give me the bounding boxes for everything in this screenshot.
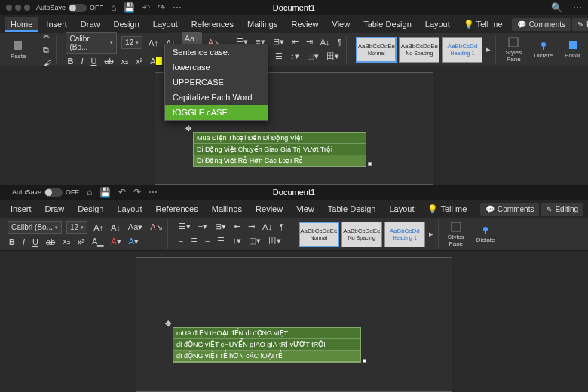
justify-icon[interactable]: ☰ [274,51,284,62]
toggle-icon[interactable] [69,4,87,12]
style-normal[interactable]: AaBbCcDdEeNormal [299,222,339,247]
style-heading1[interactable]: AaBbCcDdHeading 1 [384,222,425,247]
table-row[interactable]: Di Động Việt Chuyển Giao Giá Trị Vượt Tr… [194,144,366,155]
style-heading1[interactable]: AaBbCcDdHeading 1 [442,37,482,63]
tab-layout2[interactable]: Layout [383,201,420,216]
tab-view[interactable]: View [290,201,320,216]
italic-button[interactable]: I [21,237,26,247]
case-uppercase[interactable]: UPPERCASE [165,75,268,90]
autosave-toggle[interactable]: AutoSave OFF [12,188,79,197]
more-icon[interactable]: ⋯ [149,187,158,198]
paste-button[interactable]: Paste [8,39,29,60]
table-row[interactable]: dI đỘNG vIỆT rẺ hƠN cÁC lOẠI rẺ [173,351,360,362]
tab-insert[interactable]: Insert [40,17,73,32]
more-icon[interactable]: ⋯ [173,2,182,13]
dictate-button[interactable]: Dictate [473,219,498,249]
strike-button[interactable]: ab [103,56,115,66]
bold-button[interactable]: B [66,56,75,66]
line-spacing-icon[interactable]: ↕▾ [231,235,243,247]
bullets-icon[interactable]: ☰▾ [177,221,192,232]
superscript-button[interactable]: x² [76,237,86,247]
tab-draw[interactable]: Draw [39,201,71,216]
home-icon[interactable]: ⌂ [111,2,116,13]
font-color-icon[interactable]: A▾ [109,236,122,247]
table-row[interactable]: dI đỘNG vIỆT cHUYỂN gIAO gIÁ tRỊ vƯỢT tR… [173,339,360,351]
shrink-font-icon[interactable]: A↓ [109,222,122,233]
styles-pane-button[interactable]: Styles Pane [502,35,525,64]
tab-review[interactable]: Review [250,201,289,216]
tab-draw[interactable]: Draw [75,17,106,32]
save-icon[interactable]: 💾 [100,187,111,198]
highlight-icon[interactable]: A▁ [149,56,163,67]
resize-handle-icon[interactable] [363,359,366,363]
content-table[interactable]: mUA đIỆN tHOẠI đẾN dI đỘNG vIỆT dI đỘNG … [173,327,361,363]
line-spacing-icon[interactable]: ↕▾ [289,51,301,62]
grow-font-icon[interactable]: A↑ [92,222,105,233]
text-effects-icon[interactable]: A▾ [127,236,140,247]
case-sentence[interactable]: Sentence case. [165,44,268,60]
table-row[interactable]: Di Động Việt Rẻ Hơn Các Loại Rẻ [194,155,366,167]
change-case-button[interactable]: Aa▾ [127,222,144,233]
autosave-toggle[interactable]: AutoSave OFF [36,4,103,12]
borders-icon[interactable]: 田▾ [325,50,341,63]
table-row[interactable]: Mua Điện Thoại Đến Di Động Việt [194,133,366,144]
tab-references[interactable]: References [149,201,204,216]
multilevel-icon[interactable]: ⊟▾ [213,221,228,232]
tellme[interactable]: 💡Tell me [458,17,509,32]
paragraph-marks-icon[interactable]: ¶ [335,37,343,47]
subscript-button[interactable]: x₂ [120,56,130,67]
tab-mailings[interactable]: Mailings [241,17,283,32]
shading-icon[interactable]: ◫▾ [247,235,262,247]
style-nospacing[interactable]: AaBbCcDdEeNo Spacing [399,37,439,63]
search-icon[interactable]: 🔍 [551,2,562,13]
tab-layout2[interactable]: Layout [419,17,456,32]
paragraph-marks-icon[interactable]: ¶ [278,222,286,232]
undo-icon[interactable]: ↶ [118,187,126,198]
align-center-icon[interactable]: ≣ [189,235,199,247]
undo-icon[interactable]: ↶ [142,2,150,13]
dictate-button[interactable]: Dictate [531,35,556,64]
indent-left-icon[interactable]: ⇤ [290,36,300,47]
table-row[interactable]: mUA đIỆN tHOẠI đẾN dI đỘNG vIỆT [173,328,360,339]
tab-tabledesign[interactable]: Table Design [357,17,418,32]
tab-design[interactable]: Design [108,17,145,32]
case-capitalize[interactable]: Capitalize Each Word [165,90,268,105]
table-move-handle-icon[interactable]: ✥ [165,320,171,328]
comments-button[interactable]: 💬Comments [480,203,539,216]
font-size-select[interactable]: 12▾ [66,221,87,234]
tab-layout[interactable]: Layout [111,201,148,216]
tab-design[interactable]: Design [72,201,109,216]
indent-right-icon[interactable]: ⇥ [305,36,314,47]
comments-button[interactable]: 💬Comments [512,18,571,31]
editing-button[interactable]: ✎Editing [572,18,588,31]
tab-view[interactable]: View [326,17,357,32]
font-size-select[interactable]: 12▾ [121,36,142,49]
toggle-icon[interactable] [44,188,63,197]
resize-handle-icon[interactable] [368,162,372,166]
style-normal[interactable]: AaBbCcDdEeNormal [356,37,397,63]
superscript-button[interactable]: x² [134,56,144,66]
table-move-handle-icon[interactable]: ✥ [185,124,191,133]
styles-pane-button[interactable]: Styles Pane [445,219,467,249]
grow-font-icon[interactable]: A↑ [147,38,160,48]
case-lowercase[interactable]: lowercase [165,60,268,75]
home-icon[interactable]: ⌂ [87,187,92,198]
save-icon[interactable]: 💾 [124,2,135,13]
sort-icon[interactable]: A↓ [319,37,332,47]
tab-tabledesign[interactable]: Table Design [322,201,382,216]
underline-button[interactable]: U [31,237,40,247]
copy-icon[interactable]: ⧉ [41,44,53,56]
sort-icon[interactable]: A↓ [261,222,274,232]
redo-icon[interactable]: ↷ [158,2,165,13]
highlight-icon[interactable]: A▁ [90,236,105,247]
indent-right-icon[interactable]: ⇥ [247,221,256,232]
case-toggle[interactable]: tOGGLE cASE [165,105,268,120]
tab-layout[interactable]: Layout [147,17,184,32]
align-right-icon[interactable]: ≡ [204,236,211,247]
clear-format-icon[interactable]: A↘ [149,222,164,233]
subscript-button[interactable]: x₂ [61,236,72,247]
editor-button[interactable]: Editor [562,35,583,64]
borders-icon[interactable]: 田▾ [267,234,283,247]
styles-more-icon[interactable]: ▸ [485,44,492,55]
tab-review[interactable]: Review [285,17,324,32]
